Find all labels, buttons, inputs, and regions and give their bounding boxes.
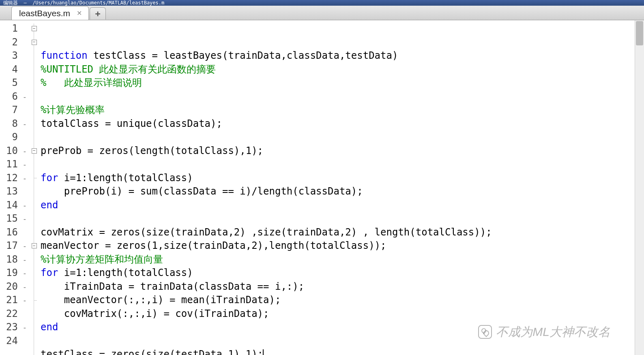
fold-cell[interactable]: −	[29, 36, 39, 49]
fold-cell[interactable]	[29, 117, 39, 131]
code-text: covMatrix = zeros(size(trainData,2) ,siz…	[41, 227, 492, 238]
fold-cell[interactable]: −	[29, 239, 39, 253]
executable-line-marker[interactable]: -	[20, 321, 29, 334]
code-line[interactable]	[41, 158, 635, 171]
executable-line-marker[interactable]	[20, 334, 29, 348]
executable-line-marker[interactable]: -	[20, 293, 29, 307]
executable-line-marker[interactable]: -	[20, 280, 29, 294]
code-line[interactable]: end	[41, 321, 635, 334]
fold-end-marker	[34, 300, 37, 301]
executable-line-marker[interactable]: -	[20, 199, 29, 212]
fold-cell[interactable]	[29, 63, 39, 77]
executable-line-marker[interactable]: -	[20, 266, 29, 280]
executable-line-marker[interactable]	[20, 63, 29, 77]
line-number: 17	[0, 239, 18, 253]
scrollbar[interactable]	[635, 20, 644, 355]
code-line[interactable]: covMatrix = zeros(size(trainData,2) ,siz…	[41, 226, 635, 240]
file-tab-active[interactable]: leastBayes.m ✕	[11, 6, 89, 20]
fold-cell[interactable]: −	[29, 22, 39, 36]
code-line[interactable]: for i=1:length(totalClass)	[41, 171, 635, 185]
keyword: function	[41, 50, 88, 61]
code-text: preProb(i) = sum(classData == i)/length(…	[41, 186, 363, 197]
code-line[interactable]	[41, 212, 635, 226]
scroll-thumb[interactable]	[636, 21, 643, 45]
code-line[interactable]: meanVector = zeros(1,size(trainData,2),l…	[41, 239, 635, 253]
fold-collapse-icon[interactable]: −	[32, 148, 37, 154]
code-line[interactable]	[41, 90, 635, 104]
executable-line-marker[interactable]	[20, 226, 29, 240]
executable-line-marker[interactable]: -	[20, 90, 29, 104]
close-icon[interactable]: ✕	[77, 9, 82, 17]
line-number: 23	[0, 321, 18, 334]
fold-cell[interactable]	[29, 266, 39, 280]
fold-cell[interactable]	[29, 293, 39, 307]
code-line[interactable]: function testClass = leastBayes(trainDat…	[41, 49, 635, 63]
add-tab-button[interactable]: +	[90, 7, 106, 19]
executable-line-marker[interactable]: -	[20, 117, 29, 131]
executable-line-marker[interactable]: -	[20, 212, 29, 226]
line-number: 1	[0, 22, 18, 36]
fold-cell[interactable]	[29, 253, 39, 267]
fold-cell[interactable]	[29, 321, 39, 334]
executable-line-marker[interactable]: -	[20, 253, 29, 267]
fold-cell[interactable]	[29, 334, 39, 348]
line-number: 16	[0, 226, 18, 240]
fold-cell[interactable]	[29, 76, 39, 90]
fold-cell[interactable]	[29, 49, 39, 63]
code-line[interactable]: preProb = zeros(length(totalClass),1);	[41, 144, 635, 158]
code-line[interactable]: covMatrix(:,:,i) = cov(iTrainData);	[41, 307, 635, 321]
fold-cell[interactable]	[29, 307, 39, 321]
code-line[interactable]: preProb(i) = sum(classData == i)/length(…	[41, 185, 635, 199]
code-editor[interactable]: function testClass = leastBayes(trainDat…	[39, 20, 635, 355]
code-line[interactable]: % 此处显示详细说明	[41, 76, 635, 90]
fold-cell[interactable]	[29, 103, 39, 117]
line-number: 22	[0, 307, 18, 321]
fold-cell[interactable]	[29, 212, 39, 226]
comment: %UNTITLED 此处显示有关此函数的摘要	[41, 64, 216, 75]
fold-collapse-icon[interactable]: −	[32, 243, 37, 248]
executable-line-marker[interactable]	[20, 49, 29, 63]
code-line[interactable]: for i=1:length(totalClass)	[41, 266, 635, 280]
executable-line-marker[interactable]	[20, 36, 29, 49]
executable-line-marker[interactable]: -	[20, 144, 29, 158]
line-number-gutter: 123456789101112131415161718192021222324	[0, 20, 20, 355]
fold-collapse-icon[interactable]: −	[32, 40, 37, 45]
code-line[interactable]: testClass = zeros(size(testData,1),1);	[41, 348, 635, 355]
fold-cell[interactable]	[29, 90, 39, 104]
code-line[interactable]: %计算先验概率	[41, 103, 635, 117]
fold-cell[interactable]	[29, 171, 39, 185]
comment: %计算协方差矩阵和均值向量	[41, 254, 163, 265]
code-line[interactable]: totalClass = unique(classData);	[41, 117, 635, 131]
fold-cell[interactable]	[29, 185, 39, 199]
line-number: 9	[0, 130, 18, 144]
fold-cell[interactable]	[29, 280, 39, 294]
executable-line-marker[interactable]	[20, 307, 29, 321]
executable-line-marker[interactable]	[20, 22, 29, 36]
fold-gutter[interactable]: −−−−	[29, 20, 39, 355]
fold-cell[interactable]	[29, 158, 39, 171]
line-number: 18	[0, 253, 18, 267]
executable-line-marker[interactable]	[20, 185, 29, 199]
code-line[interactable]: %计算协方差矩阵和均值向量	[41, 253, 635, 267]
fold-cell[interactable]	[29, 226, 39, 240]
executable-line-marker[interactable]	[20, 76, 29, 90]
executable-line-marker[interactable]: -	[20, 158, 29, 171]
executable-line-marker[interactable]	[20, 103, 29, 117]
fold-cell[interactable]: −	[29, 144, 39, 158]
breakpoint-gutter[interactable]: -------------	[20, 20, 29, 355]
fold-collapse-icon[interactable]: −	[32, 26, 37, 31]
line-number: 2	[0, 36, 18, 49]
executable-line-marker[interactable]: -	[20, 171, 29, 185]
file-path: /Users/huanglao/Documents/MATLAB/leastBa…	[32, 0, 164, 6]
keyword: for	[41, 267, 58, 278]
code-line[interactable]	[41, 334, 635, 348]
code-line[interactable]	[41, 130, 635, 144]
executable-line-marker[interactable]	[20, 130, 29, 144]
fold-cell[interactable]	[29, 199, 39, 212]
code-line[interactable]: %UNTITLED 此处显示有关此函数的摘要	[41, 63, 635, 77]
code-line[interactable]: end	[41, 199, 635, 212]
fold-cell[interactable]	[29, 130, 39, 144]
code-line[interactable]: iTrainData = trainData(classData == i,:)…	[41, 280, 635, 294]
code-line[interactable]: meanVector(:,:,i) = mean(iTrainData);	[41, 293, 635, 307]
executable-line-marker[interactable]: -	[20, 239, 29, 253]
